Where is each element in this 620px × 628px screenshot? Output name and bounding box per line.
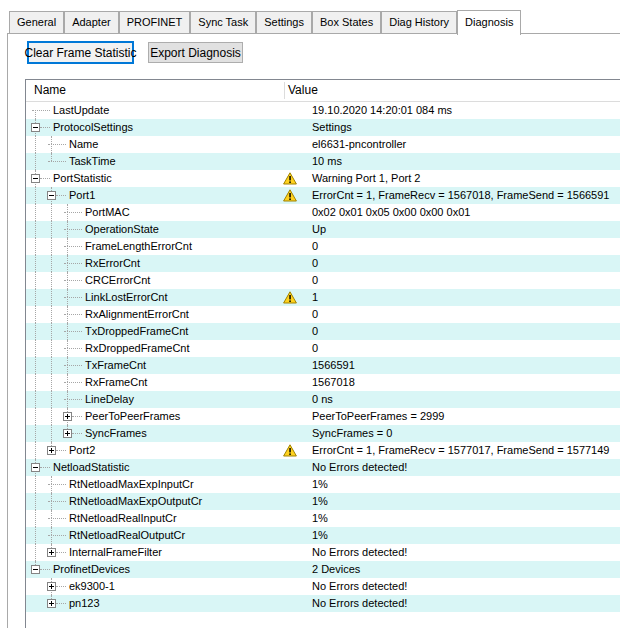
tab-diagnosis[interactable]: Diagnosis xyxy=(457,10,521,35)
tree-row-operationstate[interactable]: OperationStateUp xyxy=(26,221,620,238)
tree-guide-line xyxy=(51,238,52,255)
tree-row-protocolsettings[interactable]: ProtocolSettingsSettings xyxy=(26,119,620,136)
tree-guide-line xyxy=(51,204,52,221)
tree-stub-line xyxy=(48,518,66,519)
expand-toggle-icon[interactable] xyxy=(47,582,56,591)
tree-row-crcerrorcnt[interactable]: CRCErrorCnt0 xyxy=(26,272,620,289)
tree-row-port2[interactable]: Port2ErrorCnt = 1, FrameRecv = 1577017, … xyxy=(26,442,620,459)
tree-guide-line xyxy=(35,136,36,153)
column-separator[interactable] xyxy=(284,82,285,99)
row-value: 19.10.2020 14:20:01 084 ms xyxy=(312,102,452,119)
row-name: ProfinetDevices xyxy=(53,561,130,578)
row-name: NetloadStatistic xyxy=(53,459,129,476)
tree-row-rxerrorcnt[interactable]: RxErrorCnt0 xyxy=(26,255,620,272)
tab-diag-history[interactable]: Diag History xyxy=(381,11,457,33)
tree-connector-top xyxy=(67,323,68,331)
tree-guide-line xyxy=(35,255,36,272)
row-name: RxDroppedFrameCnt xyxy=(85,340,190,357)
tree-row-syncframes[interactable]: SyncFramesSyncFrames = 0 xyxy=(26,425,620,442)
tree-guide-line xyxy=(35,476,36,493)
expand-toggle-icon[interactable] xyxy=(63,412,72,421)
tree-row-pn123[interactable]: pn123No Errors detected! xyxy=(26,595,620,612)
row-value: No Errors detected! xyxy=(312,544,407,561)
tree-connector-top xyxy=(67,357,68,365)
tree-row-tasktime[interactable]: TaskTime10 ms xyxy=(26,153,620,170)
tree-stub-line xyxy=(56,195,66,196)
tree-row-netloadstatistic[interactable]: NetloadStatisticNo Errors detected! xyxy=(26,459,620,476)
row-name: LineDelay xyxy=(85,391,134,408)
tree-row-rtnetloadmaxexpinputcr[interactable]: RtNetloadMaxExpInputCr1% xyxy=(26,476,620,493)
collapse-toggle-icon[interactable] xyxy=(31,123,40,132)
row-name: SyncFrames xyxy=(85,425,147,442)
tree-connector-bottom xyxy=(67,331,68,340)
tree-guide-line xyxy=(51,306,52,323)
row-value: 0 xyxy=(312,323,318,340)
tree-stub-line xyxy=(64,280,82,281)
tree-row-rtnetloadrealoutputcr[interactable]: RtNetloadRealOutputCr1% xyxy=(26,527,620,544)
row-value: 1% xyxy=(312,510,328,527)
tree-connector-top xyxy=(67,221,68,229)
expand-toggle-icon[interactable] xyxy=(63,429,72,438)
tree-guide-line xyxy=(35,204,36,221)
tree-stub-line xyxy=(48,161,66,162)
collapse-toggle-icon[interactable] xyxy=(31,174,40,183)
tree-row-rxdroppedframecnt[interactable]: RxDroppedFrameCnt0 xyxy=(26,340,620,357)
export-diagnosis-button[interactable]: Export Diagnosis xyxy=(148,42,243,63)
tab-settings[interactable]: Settings xyxy=(256,11,312,33)
tree-stub-line xyxy=(56,586,66,587)
tree-row-profinetdevices[interactable]: ProfinetDevices2 Devices xyxy=(26,561,620,578)
tree-connector-top xyxy=(67,204,68,212)
tree-row-rxalignmenterrorcnt[interactable]: RxAlignmentErrorCnt0 xyxy=(26,306,620,323)
tree-row-portmac[interactable]: PortMAC0x02 0x01 0x05 0x00 0x00 0x01 xyxy=(26,204,620,221)
tree-guide-line xyxy=(35,544,36,561)
row-value: 0 ns xyxy=(312,391,333,408)
tree-row-ek9300-1[interactable]: ek9300-1No Errors detected! xyxy=(26,578,620,595)
tree-stub-line xyxy=(64,212,82,213)
tab-sync-task[interactable]: Sync Task xyxy=(190,11,256,33)
column-header-name[interactable]: Name xyxy=(34,80,66,101)
tree-row-txframecnt[interactable]: TxFrameCnt1566591 xyxy=(26,357,620,374)
tree-connector-bottom xyxy=(67,263,68,272)
tree-guide-line xyxy=(35,272,36,289)
tree-row-linedelay[interactable]: LineDelay0 ns xyxy=(26,391,620,408)
tree-row-name[interactable]: Nameel6631-pncontroller xyxy=(26,136,620,153)
tree-guide-line xyxy=(35,425,36,442)
column-header-value[interactable]: Value xyxy=(288,80,318,101)
row-value: 1566591 xyxy=(312,357,355,374)
tab-general[interactable]: General xyxy=(9,11,64,33)
tree-row-port1[interactable]: Port1ErrorCnt = 1, FrameRecv = 1567018, … xyxy=(26,187,620,204)
tab-box-states[interactable]: Box States xyxy=(312,11,381,33)
row-name: PeerToPeerFrames xyxy=(85,408,180,425)
tree-row-lastupdate[interactable]: LastUpdate19.10.2020 14:20:01 084 ms xyxy=(26,102,620,119)
tree-connector-bottom xyxy=(51,144,52,153)
tree-row-rtnetloadrealinputcr[interactable]: RtNetloadRealInputCr1% xyxy=(26,510,620,527)
tree-row-rtnetloadmaxexpoutputcr[interactable]: RtNetloadMaxExpOutputCr1% xyxy=(26,493,620,510)
tree-guide-line xyxy=(35,306,36,323)
tree-row-peertopeerframes[interactable]: PeerToPeerFramesPeerToPeerFrames = 2999 xyxy=(26,408,620,425)
tree-stub-line xyxy=(64,297,82,298)
expand-toggle-icon[interactable] xyxy=(47,548,56,557)
collapse-toggle-icon[interactable] xyxy=(31,463,40,472)
tree-row-linklosterrorcnt[interactable]: LinkLostErrorCnt1 xyxy=(26,289,620,306)
row-name: TxDroppedFrameCnt xyxy=(85,323,188,340)
tree-row-txdroppedframecnt[interactable]: TxDroppedFrameCnt0 xyxy=(26,323,620,340)
tree-connector-top xyxy=(51,153,52,161)
row-name: RtNetloadMaxExpOutputCr xyxy=(69,493,202,510)
tree-row-framelengtherrorcnt[interactable]: FrameLengthErrorCnt0 xyxy=(26,238,620,255)
row-value: 1567018 xyxy=(312,374,355,391)
collapse-toggle-icon[interactable] xyxy=(31,565,40,574)
tab-adapter[interactable]: Adapter xyxy=(64,11,119,33)
tree-row-internalframefilter[interactable]: InternalFrameFilterNo Errors detected! xyxy=(26,544,620,561)
grid-header: Name Value xyxy=(26,80,620,102)
tree-row-portstatistic[interactable]: PortStatisticWarning Port 1, Port 2 xyxy=(26,170,620,187)
collapse-toggle-icon[interactable] xyxy=(47,191,56,200)
expand-toggle-icon[interactable] xyxy=(47,446,56,455)
expand-toggle-icon[interactable] xyxy=(47,599,56,608)
tree-row-rxframecnt[interactable]: RxFrameCnt1567018 xyxy=(26,374,620,391)
tree-guide-line xyxy=(35,527,36,544)
tree-stub-line xyxy=(64,348,82,349)
tab-profinet[interactable]: PROFINET xyxy=(119,11,191,33)
tree-guide-line xyxy=(51,255,52,272)
tree-stub-line xyxy=(64,382,82,383)
clear-frame-statistic-button[interactable]: Clear Frame Statistic xyxy=(27,41,134,64)
